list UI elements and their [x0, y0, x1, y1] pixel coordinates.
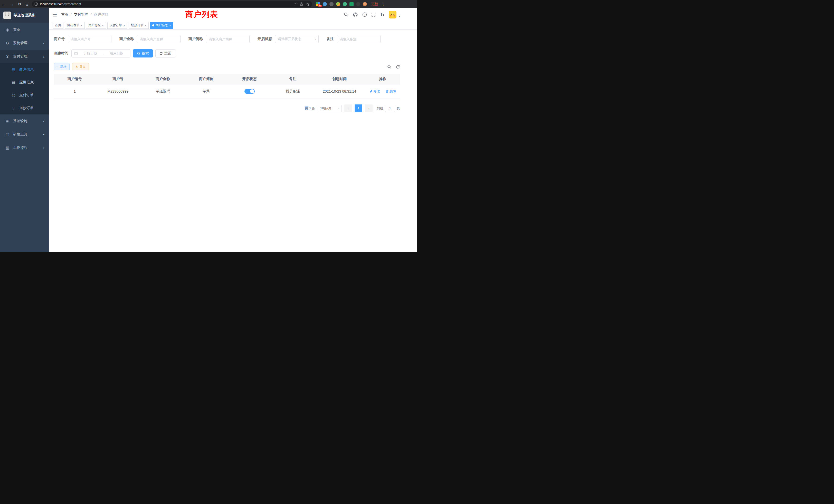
sidebar-item-workflow[interactable]: ▧ 工作流程 ▾	[0, 141, 49, 155]
pagination-total-count: 1	[309, 106, 311, 110]
short-name-input[interactable]	[206, 35, 249, 43]
reset-button[interactable]: 重置	[155, 49, 175, 58]
field-remark: 备注	[327, 35, 380, 43]
export-button[interactable]: 导出	[72, 63, 89, 70]
top-navbar: ☰ 首页 / 支付管理 / 商户信息 ?	[49, 8, 417, 21]
address-bar[interactable]: localhost:1024/pay/merchant	[32, 1, 312, 7]
pagination-total: 共 1 条	[305, 106, 315, 111]
home-icon[interactable]: ⌂	[24, 2, 29, 7]
table-toolbar: + 新增 导出	[54, 63, 400, 70]
pagination-jumper: 前往 页	[377, 105, 400, 112]
pagination: 共 1 条 10条/页 ▾ ‹ 1 › 前往 页	[54, 105, 400, 112]
avatar-caret-icon[interactable]: ▾	[399, 15, 400, 19]
page-size-value: 10条/页	[320, 106, 331, 111]
site-info-icon[interactable]	[35, 2, 38, 6]
refresh-icon[interactable]	[396, 65, 400, 69]
add-button[interactable]: + 新增	[54, 63, 70, 70]
url-host: localhost:1024	[40, 2, 61, 6]
calendar-icon	[74, 51, 78, 55]
delete-link[interactable]: 删除	[386, 89, 396, 94]
status-toggle[interactable]	[244, 89, 255, 94]
bookmark-star-icon[interactable]	[306, 2, 310, 6]
sidebar-item-app-info[interactable]: ▦ 应用信息	[0, 76, 49, 89]
remark-input[interactable]	[337, 35, 380, 43]
sidebar-item-refund-order[interactable]: ▯ 退款订单	[0, 101, 49, 114]
extensions-row: 10	[316, 2, 367, 6]
extension-icon[interactable]	[323, 2, 327, 6]
close-icon[interactable]: ×	[102, 24, 104, 27]
document-icon: ▯	[11, 106, 16, 110]
sidebar-item-label: 系统管理	[13, 41, 27, 45]
reset-button-label: 重置	[164, 51, 171, 56]
password-key-icon[interactable]	[293, 2, 297, 6]
cell-create-time: 2021-10-23 08:31:14	[313, 84, 366, 98]
extensions-grid-icon[interactable]: 10	[316, 2, 320, 6]
extension-icon[interactable]	[336, 2, 340, 6]
navbar-actions: ? TT ▾	[344, 11, 400, 19]
sidebar-item-payment[interactable]: ¥ 支付管理 ▴	[0, 50, 49, 63]
update-button[interactable]: 更新	[371, 2, 378, 6]
back-icon[interactable]: ←	[2, 2, 7, 7]
extension-icon[interactable]	[343, 2, 347, 6]
fullscreen-icon[interactable]	[371, 13, 376, 17]
tab-user-group[interactable]: 用户分组 ×	[86, 22, 106, 29]
reload-icon[interactable]: ↻	[17, 2, 22, 7]
app-logo[interactable]: 芋道管理系统	[0, 8, 49, 23]
sidebar-item-label: 商户信息	[19, 67, 34, 72]
prev-page-button[interactable]: ‹	[344, 105, 352, 112]
goto-page-input[interactable]	[385, 105, 395, 112]
github-icon[interactable]	[353, 12, 358, 17]
sidebar-item-infrastructure[interactable]: ▣ 基础设施 ▾	[0, 114, 49, 128]
extension-icon[interactable]	[356, 2, 360, 6]
sidebar-item-merchant-info[interactable]: ▤ 商户信息	[0, 63, 49, 76]
search-button[interactable]: 搜索	[133, 49, 153, 58]
close-icon[interactable]: ×	[81, 24, 83, 27]
sidebar-item-system[interactable]: ⚙ 系统管理 ▾	[0, 37, 49, 50]
status-select[interactable]: 请选择开启状态 ▾	[275, 35, 319, 43]
tab-process-form[interactable]: 流程表单 ×	[65, 22, 85, 29]
search-form-row-1: 商户号 商户全称 商户简称 开启状态 请选择开启状态 ▾	[54, 35, 400, 43]
breadcrumb-item[interactable]: 首页	[61, 12, 68, 17]
tab-home[interactable]: 首页	[53, 22, 63, 29]
dashboard-icon: ◉	[5, 27, 10, 32]
page-size-select[interactable]: 10条/页 ▾	[318, 105, 342, 112]
extension-icon[interactable]	[349, 2, 354, 6]
edit-link[interactable]: 修改	[370, 89, 380, 94]
full-name-input[interactable]	[137, 35, 180, 43]
screen: ← → ↻ ⌂ localhost:1024/pay/merchant 1	[0, 0, 417, 252]
close-icon[interactable]: ×	[145, 24, 146, 27]
browser-toolbar: ← → ↻ ⌂ localhost:1024/pay/merchant 1	[0, 0, 417, 8]
svg-text:?: ?	[364, 13, 366, 16]
font-size-icon[interactable]: TT	[380, 12, 385, 17]
field-label: 商户全称	[119, 37, 134, 41]
search-icon[interactable]	[344, 12, 348, 17]
sidebar-item-pay-order[interactable]: ◎ 支付订单	[0, 89, 49, 101]
field-status: 开启状态 请选择开启状态 ▾	[258, 35, 319, 43]
browser-menu-icon[interactable]: ⋮	[381, 2, 386, 6]
create-time-range-picker[interactable]: 开始日期 - 结束日期	[71, 49, 130, 58]
help-icon[interactable]: ?	[362, 12, 367, 17]
tab-pay-order[interactable]: 支付订单 ×	[107, 22, 127, 29]
user-avatar[interactable]	[389, 11, 396, 19]
sidebar-item-home[interactable]: ◉ 首页	[0, 23, 49, 37]
close-icon[interactable]: ×	[123, 24, 125, 27]
tab-refund-order[interactable]: 退款订单 ×	[129, 22, 149, 29]
breadcrumb-item[interactable]: 支付管理	[74, 12, 88, 17]
sidebar-item-dev-tools[interactable]: ▢ 研发工具 ▾	[0, 128, 49, 141]
merchant-no-input[interactable]	[68, 35, 111, 43]
tab-merchant-info[interactable]: 商户信息 ×	[150, 22, 173, 29]
extension-icon[interactable]	[329, 2, 333, 6]
close-icon[interactable]: ×	[169, 24, 171, 27]
page-number-1[interactable]: 1	[355, 105, 362, 112]
forward-icon[interactable]: →	[9, 2, 15, 7]
next-page-button[interactable]: ›	[365, 105, 373, 112]
breadcrumb-separator: /	[91, 13, 92, 17]
toggle-search-icon[interactable]	[387, 65, 392, 69]
pagination-total-prefix: 共	[305, 106, 308, 110]
sidebar-fold-icon[interactable]: ☰	[53, 12, 57, 18]
breadcrumb-item-current: 商户信息	[94, 12, 108, 17]
profile-avatar-icon[interactable]	[363, 2, 367, 6]
url-text: localhost:1024/pay/merchant	[40, 2, 81, 6]
share-icon[interactable]	[300, 2, 303, 6]
chevron-down-icon: ▾	[338, 107, 339, 110]
